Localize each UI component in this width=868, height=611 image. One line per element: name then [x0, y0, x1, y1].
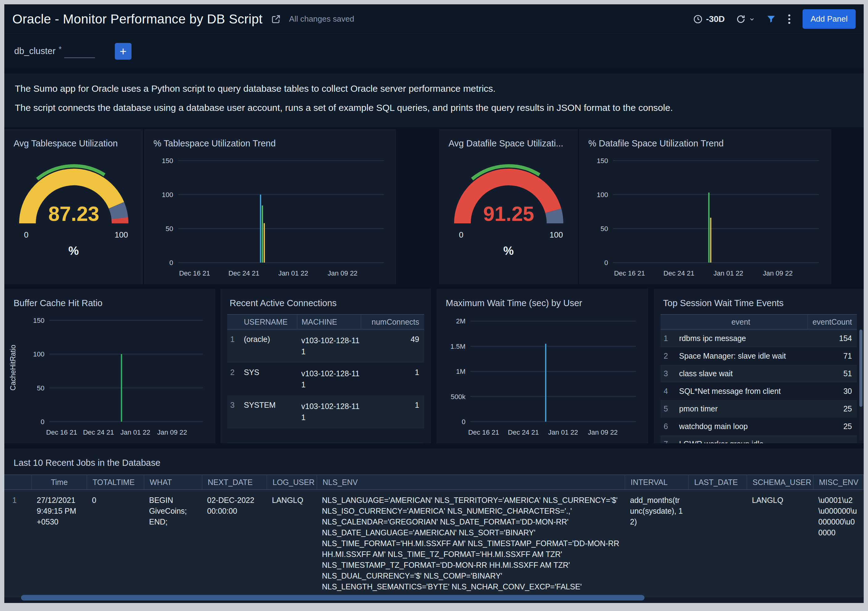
add-panel-button[interactable]: Add Panel — [803, 9, 856, 29]
clock-icon — [693, 14, 703, 24]
cell-machine: v103-102-128-111 — [297, 368, 361, 390]
table-row: 3SYSTEMv103-102-128-1111 — [227, 395, 424, 428]
table-row — [227, 428, 424, 443]
svg-text:0: 0 — [169, 259, 173, 267]
svg-text:100: 100 — [597, 191, 608, 199]
svg-text:150: 150 — [597, 157, 608, 165]
cell-machine: v103-102-128-111 — [297, 335, 361, 358]
cell-event: SQL*Net message from client — [674, 387, 808, 396]
header-bar: Oracle - Monitor Performance by DB Scrip… — [4, 4, 864, 34]
row-index: 3 — [660, 369, 674, 378]
svg-text:100: 100 — [115, 230, 128, 239]
column-header-numconnects[interactable]: numConnects — [361, 315, 424, 329]
row-index: 1 — [227, 335, 241, 344]
cell-machine: v103-102-128-111 — [297, 401, 361, 423]
svg-text:Dec 24 21: Dec 24 21 — [508, 428, 539, 436]
scrollbar-thumb[interactable] — [21, 595, 645, 600]
cell-numconnects: 49 — [361, 335, 424, 344]
svg-text:0: 0 — [604, 259, 608, 267]
refresh-icon — [736, 14, 746, 24]
cell-totaltime: 0 — [87, 490, 144, 511]
column-header-totaltime[interactable]: TOTALTIME — [87, 475, 144, 489]
column-header-time[interactable]: Time — [32, 475, 87, 489]
svg-text:150: 150 — [33, 317, 45, 324]
cell-username: SYSTEM — [241, 401, 297, 410]
gauge-unit-label: % — [504, 244, 514, 258]
cell-last_date — [689, 490, 747, 500]
cell-event: Space Manager: slave idle wait — [674, 351, 808, 361]
row-index: 7 — [660, 440, 674, 443]
description-line: The script connects the database using a… — [15, 103, 853, 113]
share-icon[interactable] — [271, 14, 281, 25]
refresh-button[interactable] — [736, 14, 755, 24]
row-index: 2 — [660, 351, 674, 361]
column-header-interval[interactable]: INTERVAL — [625, 475, 689, 489]
svg-text:Dec 24 21: Dec 24 21 — [228, 269, 259, 277]
panel-maximum-wait-time-by-user: Maximum Wait Time (sec) by User 0500k1M1… — [437, 289, 648, 443]
chevron-down-icon — [749, 16, 755, 22]
column-header-username[interactable]: USERNAME — [241, 315, 297, 329]
db-cluster-filter-input[interactable] — [64, 45, 95, 58]
table-body: 127/12/2021 9:49:15 PM +05300BEGIN GiveC… — [4, 490, 864, 597]
filter-label: db_cluster — [14, 46, 56, 56]
connections-table: USERNAME MACHINE numConnects 1(oracle)v1… — [227, 314, 424, 443]
filter-icon[interactable] — [766, 14, 776, 24]
column-header-schema_user[interactable]: SCHEMA_USER — [747, 475, 813, 489]
vertical-scrollbar[interactable] — [859, 330, 862, 441]
row-index: 1 — [660, 334, 674, 343]
horizontal-scrollbar[interactable] — [4, 595, 864, 600]
svg-text:87.23: 87.23 — [48, 202, 99, 225]
column-header-what[interactable]: WHAT — [144, 475, 202, 489]
column-header-event[interactable]: event — [674, 315, 808, 329]
kebab-menu-icon[interactable] — [787, 14, 792, 25]
svg-text:Jan 09 22: Jan 09 22 — [588, 428, 618, 436]
column-header-eventcount[interactable]: eventCount — [808, 315, 857, 329]
svg-text:100: 100 — [33, 350, 45, 358]
column-header-misc_env[interactable]: MISC_ENV — [813, 475, 864, 489]
column-header-next_date[interactable]: NEXT_DATE — [202, 475, 267, 489]
cell-numconnects: 1 — [361, 401, 424, 410]
svg-text:1.5M: 1.5M — [450, 342, 465, 350]
cell-time: 27/12/2021 9:49:15 PM +0530 — [32, 490, 87, 532]
column-header-last_date[interactable]: LAST_DATE — [689, 475, 747, 489]
row-index: 5 — [660, 404, 674, 413]
svg-text:100: 100 — [549, 230, 563, 239]
svg-text:Dec 24 21: Dec 24 21 — [83, 428, 114, 436]
page-title: Oracle - Monitor Performance by DB Scrip… — [12, 12, 263, 26]
cell-event: LGWR worker group idle — [674, 440, 808, 443]
table-row: 7LGWR worker group idle — [660, 435, 857, 443]
svg-text:2M: 2M — [456, 317, 465, 325]
max-wait-chart: 0500k1M1.5M2MDec 16 21Dec 24 21Jan 01 22… — [438, 309, 646, 442]
panel-title: Maximum Wait Time (sec) by User — [437, 289, 648, 308]
svg-text:50: 50 — [601, 225, 608, 233]
panel-avg-datafile-space-utilization: Avg Datafile Space Utilizati... 91.25010… — [439, 129, 578, 284]
cell-misc_env: \u0001\u2\u000000\u000000\u00000 — [813, 490, 864, 543]
svg-text:500k: 500k — [451, 393, 466, 401]
svg-text:CacheHitRatio: CacheHitRatio — [9, 345, 17, 390]
table-body: 1(oracle)v103-102-128-111492SYSv103-102-… — [227, 330, 424, 443]
line-chart-svg: 050100150Dec 16 21Dec 24 21Jan 01 22Jan … — [6, 309, 213, 442]
svg-text:Jan 09 22: Jan 09 22 — [763, 269, 793, 277]
column-header-log_user[interactable]: LOG_USER — [267, 475, 317, 489]
time-range-selector[interactable]: -30D — [693, 14, 725, 24]
add-filter-button[interactable]: + — [115, 43, 132, 60]
cell-username: SYS — [241, 368, 297, 377]
scrollbar-thumb[interactable] — [859, 330, 862, 407]
panel-title: Avg Tablespace Utilization — [4, 129, 143, 149]
panel-last-10-recent-jobs: Last 10 Recent Jobs in the Database Time… — [4, 449, 864, 603]
cell-eventcount: 25 — [808, 404, 857, 413]
svg-text:50: 50 — [166, 225, 173, 233]
svg-text:Jan 01 22: Jan 01 22 — [548, 428, 578, 436]
table-row: 1(oracle)v103-102-128-11149 — [227, 330, 424, 363]
panel-title: Top Session Wait Time Events — [654, 289, 864, 308]
svg-text:Dec 16 21: Dec 16 21 — [46, 428, 77, 436]
cell-event: pmon timer — [674, 404, 808, 413]
table-row — [227, 443, 424, 443]
cell-interval: add_months(trunc(sysdate), 12) — [625, 490, 689, 532]
column-header-nls_env[interactable]: NLS_ENV — [317, 475, 625, 489]
cell-nls_env: NLS_LANGUAGE='AMERICAN' NLS_TERRITORY='A… — [317, 490, 625, 597]
column-header-machine[interactable]: MACHINE — [297, 315, 361, 329]
cell-eventcount: 154 — [808, 334, 857, 343]
cell-event: watchdog main loop — [674, 422, 808, 431]
table-row: 2SYSv103-102-128-1111 — [227, 363, 424, 396]
